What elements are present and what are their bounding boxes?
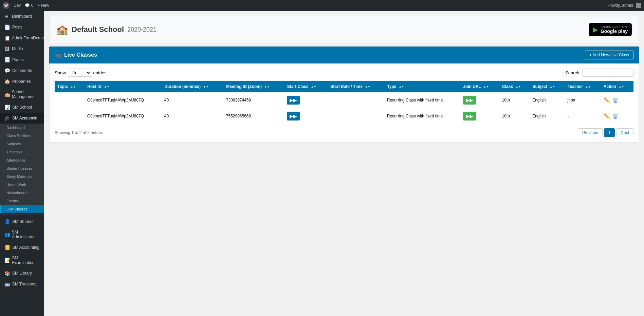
sidebar-item-sm-library[interactable]: 📚 SM Library xyxy=(0,268,44,279)
cell-class: 10th xyxy=(499,108,530,124)
sidebar-item-properties[interactable]: 🏠 Properties xyxy=(0,76,44,87)
search-box: Search: xyxy=(565,69,633,77)
sidebar-item-comments[interactable]: 💬 Comments xyxy=(0,65,44,76)
start-class-button[interactable]: ▶▶ xyxy=(287,112,300,120)
sidebar-item-class-sections[interactable]: Class Sections xyxy=(0,132,44,140)
sidebar-item-label: Events xyxy=(6,199,18,203)
sidebar: ⊞ Dashboard 📄 Posts 📋 AdminFormDemo 🖼 Me… xyxy=(0,11,44,316)
sidebar-item-label: Timetable xyxy=(6,150,23,154)
sort-icon: ▲▼ xyxy=(311,86,316,88)
col-subject[interactable]: Subject ▲▼ xyxy=(530,81,565,92)
join-url-button[interactable]: ▶▶ xyxy=(463,112,476,120)
sort-icon: ▲▼ xyxy=(264,86,270,88)
search-input[interactable] xyxy=(583,69,633,77)
sidebar-item-timetable[interactable]: Timetable xyxy=(0,148,44,156)
action-buttons: ✏️ 🗑️ xyxy=(603,97,630,104)
col-teacher[interactable]: Teacher ▲▼ xyxy=(565,81,601,92)
start-class-button[interactable]: ▶▶ xyxy=(287,96,300,105)
join-url-button[interactable]: ▶▶ xyxy=(463,96,476,105)
sidebar-item-student-leaves[interactable]: Student Leaves xyxy=(0,164,44,172)
sidebar-item-sm-student[interactable]: 👤 SM Student xyxy=(0,216,44,227)
showing-info: Showing 1 to 2 of 2 entries xyxy=(55,130,103,135)
sidebar-item-label: Study Materials xyxy=(6,174,32,179)
col-class[interactable]: Class ▲▼ xyxy=(499,81,530,92)
sidebar-item-ac-dashboard[interactable]: Dashboard xyxy=(0,124,44,132)
sidebar-item-sm-academic[interactable]: 🎓 SM Academic xyxy=(0,113,44,124)
next-button[interactable]: Next xyxy=(616,128,633,137)
page-1-button[interactable]: 1 xyxy=(604,128,615,137)
sidebar-item-label: AdminFormDemo xyxy=(12,36,44,40)
sidebar-item-label: SM Library xyxy=(12,271,32,276)
sidebar-item-label: Properties xyxy=(12,79,31,84)
sidebar-item-sm-accounting[interactable]: 📒 SM Accounting xyxy=(0,242,44,253)
school-building-icon: 🏫 xyxy=(56,24,68,35)
edit-button[interactable]: ✏️ xyxy=(603,97,610,104)
sidebar-item-sm-examination[interactable]: 📝 SM Examination xyxy=(0,253,44,268)
sidebar-item-adminformdemo[interactable]: 📋 AdminFormDemo xyxy=(0,33,44,43)
edit-button[interactable]: ✏️ xyxy=(603,113,610,119)
cell-join-url: ▶▶ xyxy=(460,108,499,124)
col-host-id[interactable]: Host ID ▲▼ xyxy=(85,81,162,92)
cell-start-datetime xyxy=(328,108,384,124)
sidebar-item-label: Posts xyxy=(12,25,22,30)
col-topic[interactable]: Topic ▲▼ xyxy=(55,81,85,92)
sort-icon: ▲▼ xyxy=(619,86,624,88)
sidebar-item-label: SM Transport xyxy=(12,282,37,286)
col-start-datetime[interactable]: Start Date / Time ▲▼ xyxy=(328,81,384,92)
sidebar-item-label: Subjects xyxy=(6,142,21,146)
howdy-text: Howdy, admin xyxy=(608,3,633,8)
admin-bar: W Dev 💬 0 + New Howdy, admin xyxy=(0,0,644,11)
sort-icon: ▲▼ xyxy=(399,86,404,88)
cell-action: ✏️ 🗑️ xyxy=(601,108,633,124)
google-play-button[interactable]: ▶ ANDROID APP ON Google play xyxy=(589,23,632,36)
wp-logo: W xyxy=(3,2,10,9)
sidebar-item-media[interactable]: 🖼 Media xyxy=(0,43,44,54)
school-title: 🏫 Default School 2020-2021 xyxy=(56,24,157,35)
sidebar-item-pages[interactable]: 📃 Pages xyxy=(0,54,44,65)
google-play-icon: ▶ xyxy=(593,25,598,34)
col-join-url[interactable]: Join URL ▲▼ xyxy=(460,81,499,92)
new-item[interactable]: + New xyxy=(37,3,49,8)
sidebar-item-noticeboard[interactable]: Noticeboard xyxy=(0,189,44,197)
sidebar-item-label: Class Sections xyxy=(6,134,31,138)
cell-start-class: ▶▶ xyxy=(284,108,328,124)
previous-button[interactable]: Previous xyxy=(578,128,603,137)
site-name[interactable]: Dev xyxy=(14,3,21,8)
sidebar-item-sm-administrator[interactable]: 👥 SM Administrator xyxy=(0,227,44,242)
entries-select[interactable]: 10 25 50 100 xyxy=(68,69,91,77)
sort-icon: ▲▼ xyxy=(203,86,208,88)
sort-icon: ▲▼ xyxy=(550,86,555,88)
sidebar-item-label: Media xyxy=(12,47,23,51)
admin-avatar xyxy=(636,3,641,8)
col-action[interactable]: Action ▲▼ xyxy=(601,81,633,92)
cell-duration: 40 xyxy=(162,92,223,108)
add-new-live-class-button[interactable]: + Add New Live Class xyxy=(585,51,633,59)
delete-button[interactable]: 🗑️ xyxy=(612,113,619,119)
delete-button[interactable]: 🗑️ xyxy=(612,97,619,104)
comments-icon[interactable]: 💬 0 xyxy=(25,3,33,8)
sm-student-icon: 👤 xyxy=(4,219,10,224)
sidebar-item-label: Attendance xyxy=(6,158,25,162)
properties-icon: 🏠 xyxy=(4,79,10,84)
sidebar-item-dashboard[interactable]: ⊞ Dashboard xyxy=(0,11,44,22)
adminform-icon: 📋 xyxy=(4,35,10,41)
sidebar-item-label: SM Accounting xyxy=(12,245,39,250)
table-row: O8smcdTFTuqMAWp3MJ887Q 40 73363974459 ▶▶… xyxy=(55,92,633,108)
col-meeting-id[interactable]: Meeting ID (Zoom) ▲▼ xyxy=(223,81,284,92)
sidebar-item-school-management[interactable]: 🏫 School Management xyxy=(0,87,44,102)
sidebar-item-live-classes[interactable]: Live Classes xyxy=(0,205,44,213)
table-row: O8smcdTFTuqMAWp3MJ887Q 40 75529065668 ▶▶… xyxy=(55,108,633,124)
sidebar-item-attendance[interactable]: Attendance xyxy=(0,156,44,164)
sidebar-item-sm-transport[interactable]: 🚌 SM Transport xyxy=(0,279,44,290)
col-start-class[interactable]: Start Class ▲▼ xyxy=(284,81,328,92)
sidebar-item-sm-school[interactable]: 📊 SM School xyxy=(0,102,44,113)
col-type[interactable]: Type ▲▼ xyxy=(384,81,460,92)
entries-label: entries xyxy=(93,70,107,75)
sidebar-item-study-materials[interactable]: Study Materials xyxy=(0,172,44,181)
sidebar-item-posts[interactable]: 📄 Posts xyxy=(0,22,44,33)
cell-meeting-id: 75529065668 xyxy=(223,108,284,124)
sidebar-item-events[interactable]: Events xyxy=(0,197,44,205)
sidebar-item-home-work[interactable]: Home Work xyxy=(0,181,44,189)
sidebar-item-subjects[interactable]: Subjects xyxy=(0,140,44,148)
col-duration[interactable]: Duration (minutes) ▲▼ xyxy=(162,81,223,92)
